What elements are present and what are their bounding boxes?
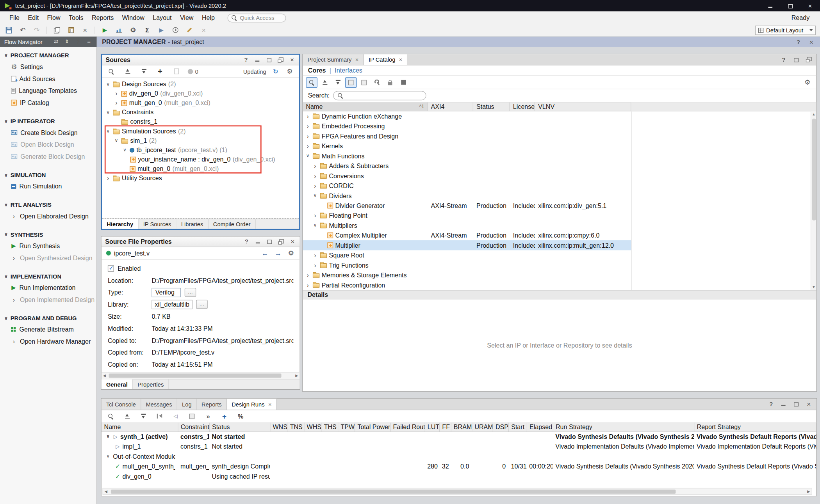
ip-catalog-row[interactable]: ›FPGA Features and Design [303, 131, 631, 141]
scrollbar-thumb[interactable] [812, 119, 816, 220]
chevron-closed-icon[interactable]: › [305, 272, 311, 278]
runs-column-wns[interactable]: WNS [270, 422, 287, 431]
flow-section-header[interactable]: ∨IMPLEMENTATION [0, 271, 96, 282]
ip-catalog-row[interactable]: ›Adders & Subtracters [303, 161, 631, 171]
properties-forward-button[interactable]: → [274, 248, 282, 258]
chevron-closed-icon[interactable]: › [312, 163, 318, 169]
chevron-open-icon[interactable]: ∨ [105, 129, 111, 133]
chevron-open-icon[interactable]: ∨ [122, 147, 128, 152]
tree-item[interactable]: ›div_gen_0(div_gen_0.xci) [102, 89, 299, 98]
results-minimize-button[interactable] [780, 401, 787, 407]
menu-help[interactable]: Help [198, 14, 219, 21]
toolbar-settings-button[interactable]: ⚙ [128, 26, 137, 35]
ip-catalog-row[interactable]: ›Dynamic Function eXchange [303, 111, 631, 121]
toolbar-report-sum-button[interactable]: Σ [143, 26, 152, 35]
chevron-closed-icon[interactable]: › [305, 282, 311, 288]
breadcrumb-interfaces[interactable]: Interfaces [335, 67, 362, 74]
ip-catalog-row[interactable]: ›Square Root [303, 250, 631, 260]
ip-catalog-row[interactable]: ›Kernels [303, 141, 631, 151]
chevron-closed-icon[interactable]: › [305, 133, 311, 139]
properties-minimize-button[interactable] [255, 238, 261, 245]
design-runs-run-step-button[interactable] [187, 412, 196, 421]
toolbar-run-button[interactable]: ▶ [100, 26, 109, 35]
runs-column-status[interactable]: Status [209, 422, 270, 431]
browse-button[interactable]: … [185, 288, 196, 297]
results-maximize-button[interactable] [793, 401, 799, 407]
horizontal-scrollbar[interactable]: ◀ ▶ [102, 372, 300, 379]
window-close-button[interactable]: × [800, 0, 820, 11]
ip-catalog-row[interactable]: ›Trig Functions [303, 260, 631, 270]
ip-catalog-row[interactable]: ∨Dividers [303, 191, 631, 201]
chevron-closed-icon[interactable]: › [312, 252, 318, 258]
properties-maximize-button[interactable] [266, 238, 273, 245]
panel-tab-design-runs[interactable]: Design Runs× [227, 399, 277, 410]
ip-catalog-row[interactable]: ›Memories & Storage Elements [303, 270, 631, 280]
editor-tab-ip-catalog[interactable]: IP Catalog× [364, 54, 408, 65]
toolbar-delete-button[interactable]: × [80, 26, 89, 35]
toolbar-save-button[interactable] [4, 26, 13, 35]
tree-item[interactable]: ∨tb_ipcore_test(ipcore_test.v) (1) [102, 145, 299, 154]
panel-tab-tcl-console[interactable]: Tcl Console [102, 399, 141, 410]
ip-catalog-row[interactable]: ∨Math Functions [303, 151, 631, 161]
enabled-checkbox[interactable] [108, 265, 114, 272]
runs-column-lut[interactable]: LUT [425, 422, 440, 431]
chevron-closed-icon[interactable]: › [312, 212, 318, 218]
tree-item[interactable]: mult_gen_0(mult_gen_0.xci) [102, 164, 299, 174]
sources-panel-header[interactable]: Sources ?× [102, 55, 299, 66]
design-runs-search-button[interactable] [106, 412, 116, 421]
ip-catalog-row[interactable]: ›Conversions [303, 171, 631, 181]
flow-section-header[interactable]: ∨PROJECT MANAGER [0, 50, 96, 61]
chevron-open-icon[interactable]: ∨ [312, 193, 318, 198]
tree-item[interactable]: constrs_1 [102, 117, 299, 126]
menu-layout[interactable]: Layout [149, 14, 176, 21]
runs-column-ff[interactable]: FF [439, 422, 451, 431]
chevron-closed-icon[interactable]: › [305, 113, 311, 119]
horizontal-scrollbar[interactable]: ◀ ▶ [103, 488, 812, 495]
flow-item-open-elaborated-design[interactable]: ›Open Elaborated Design [0, 210, 96, 222]
window-minimize-button[interactable] [760, 0, 780, 11]
toolbar-paste-button[interactable] [66, 26, 75, 35]
results-help-button[interactable]: ? [768, 401, 774, 407]
toolbar-step-run-button[interactable]: ▶ [157, 26, 166, 35]
sources-maximize-button[interactable] [266, 57, 272, 63]
flow-navigator-updown-button[interactable]: ⇕ [63, 38, 71, 46]
chevron-open-icon[interactable]: ∨ [3, 232, 9, 237]
toolbar-cancel-button[interactable]: × [199, 26, 208, 35]
flow-navigator-help-button[interactable]: ? [74, 38, 82, 46]
library-input[interactable]: xil_defaultlib [152, 300, 193, 309]
design-runs-step-first-button[interactable] [155, 412, 164, 421]
menu-edit[interactable]: Edit [24, 14, 43, 21]
chevron-closed-icon[interactable]: › [105, 175, 111, 181]
toolbar-undo-button[interactable]: ↶ [18, 26, 27, 35]
sources-float-button[interactable] [277, 57, 284, 63]
ip-catalog-collapse-all-button[interactable] [319, 77, 330, 88]
chevron-open-icon[interactable]: ∨ [3, 53, 9, 58]
design-runs-percent-button[interactable]: % [236, 412, 245, 421]
menu-reports[interactable]: Reports [87, 14, 118, 21]
flow-item-language-templates[interactable]: Language Templates [0, 85, 96, 97]
sources-close-button[interactable]: × [289, 57, 295, 63]
chevron-closed-icon[interactable]: › [114, 100, 119, 106]
design-run-row[interactable]: ✓div_gen_0Using cached IP results [102, 471, 816, 481]
flow-section-header[interactable]: ∨SYNTHESIS [0, 229, 96, 240]
results-close-button[interactable]: × [806, 401, 812, 407]
vertical-scrollbar[interactable]: ▲▼ [811, 111, 816, 290]
tree-item[interactable]: your_instance_name : div_gen_0(div_gen_0… [102, 154, 299, 164]
ip-catalog-row[interactable]: ›Floating Point [303, 211, 631, 220]
sources-settings-button[interactable]: ⚙ [285, 67, 294, 76]
chevron-open-icon[interactable]: ∨ [3, 119, 9, 124]
chevron-closed-icon[interactable]: › [11, 255, 17, 261]
editor-tab-project-summary[interactable]: Project Summary× [303, 54, 364, 65]
ip-catalog-filled-square-button[interactable] [398, 77, 409, 88]
chevron-closed-icon[interactable]: › [305, 123, 311, 129]
scroll-down-icon[interactable]: ▼ [812, 285, 815, 289]
ip-catalog-row[interactable]: Complex MultiplierAXI4-StreamProductionI… [303, 231, 631, 240]
design-runs-expand-all-button[interactable] [139, 412, 148, 421]
sources-expand-all-button[interactable] [139, 67, 148, 76]
tree-item[interactable]: ∨sim_1(2) [102, 136, 299, 145]
menu-window[interactable]: Window [118, 14, 149, 21]
menu-view[interactable]: View [176, 14, 198, 21]
flow-navigator-menu-button[interactable]: ≡ [85, 38, 93, 46]
properties-back-button[interactable]: ← [261, 248, 269, 258]
tree-item[interactable]: ›Utility Sources [102, 174, 299, 183]
